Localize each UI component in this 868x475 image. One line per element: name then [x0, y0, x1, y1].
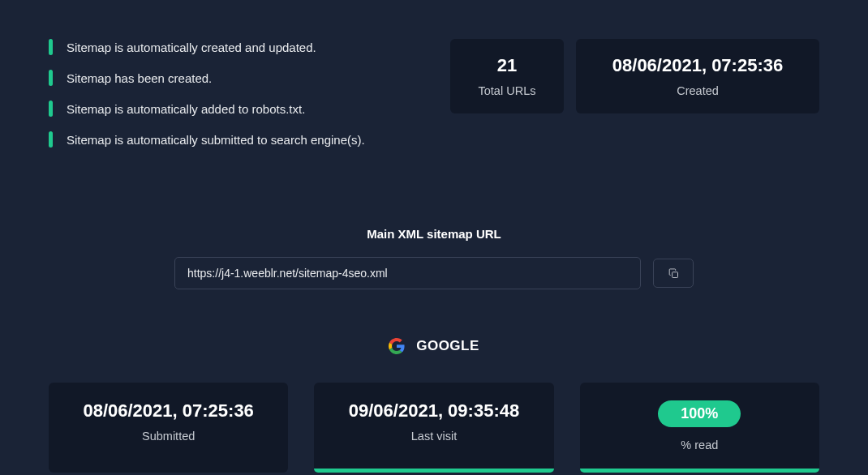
status-item: Sitemap is automatically submitted to se… — [49, 131, 418, 148]
svg-rect-0 — [672, 272, 677, 277]
status-text: Sitemap is automatically added to robots… — [67, 102, 305, 116]
status-indicator — [49, 39, 53, 55]
status-item: Sitemap is automatically created and upd… — [49, 39, 418, 55]
google-title: GOOGLE — [416, 338, 479, 354]
status-text: Sitemap has been created. — [67, 71, 212, 85]
status-indicator — [49, 101, 53, 117]
stat-label: Created — [600, 84, 795, 97]
progress-bar — [580, 469, 819, 473]
status-list: Sitemap is automatically created and upd… — [49, 39, 418, 162]
stat-card-created: 08/06/2021, 07:25:36 Created — [576, 39, 819, 113]
google-card-value: 08/06/2021, 07:25:36 — [73, 400, 264, 422]
google-card-percent-read: 100% % read — [580, 383, 819, 473]
google-header: GOOGLE — [49, 338, 819, 354]
google-card-label: Last visit — [338, 430, 529, 443]
sitemap-url-input[interactable] — [174, 257, 641, 289]
google-card-value: 09/06/2021, 09:35:48 — [338, 400, 529, 422]
copy-icon — [668, 267, 680, 280]
stat-value: 21 — [475, 55, 539, 76]
status-indicator — [49, 70, 53, 86]
progress-bar — [314, 469, 553, 473]
status-text: Sitemap is automatically created and upd… — [67, 41, 316, 54]
stat-value: 08/06/2021, 07:25:36 — [600, 55, 795, 76]
status-item: Sitemap is automatically added to robots… — [49, 101, 418, 117]
google-card-last-visit: 09/06/2021, 09:35:48 Last visit — [314, 383, 553, 473]
percent-badge: 100% — [658, 400, 741, 427]
stat-card-total-urls: 21 Total URLs — [450, 39, 564, 113]
google-card-submitted: 08/06/2021, 07:25:36 Submitted — [49, 383, 288, 473]
google-card-label: Submitted — [73, 430, 264, 443]
status-indicator — [49, 131, 53, 148]
url-section-label: Main XML sitemap URL — [49, 227, 819, 241]
google-logo-icon — [389, 338, 405, 354]
status-item: Sitemap has been created. — [49, 70, 418, 86]
stat-label: Total URLs — [475, 84, 539, 97]
google-card-label: % read — [604, 439, 795, 451]
copy-button[interactable] — [653, 259, 694, 288]
status-text: Sitemap is automatically submitted to se… — [67, 133, 365, 147]
